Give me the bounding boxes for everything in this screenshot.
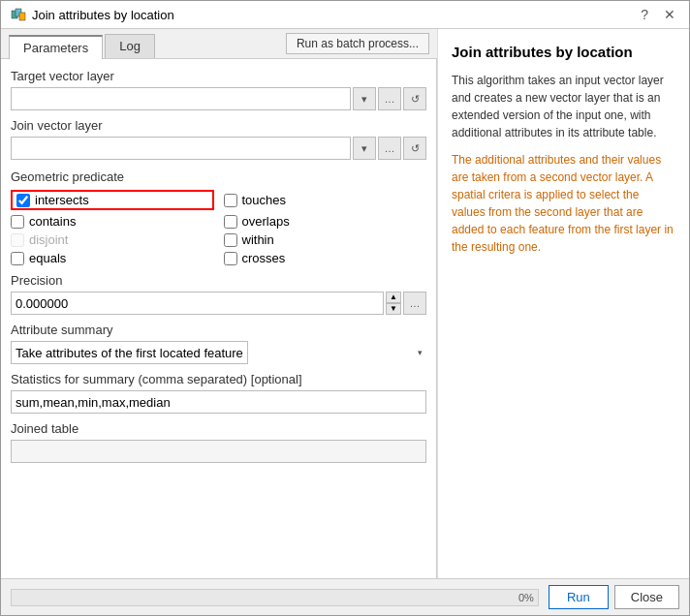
join-vector-refresh-btn[interactable]: ↺ [403, 137, 426, 160]
checkbox-intersects-item[interactable]: intersects [11, 190, 214, 210]
tab-log[interactable]: Log [105, 34, 155, 58]
progress-bar-container: 0% [11, 589, 539, 606]
precision-row: ▲ ▼ … [11, 292, 426, 315]
right-panel: Join attributes by location This algorit… [437, 29, 689, 578]
checkbox-equals-label: equals [29, 251, 66, 265]
bottom-bar: 0% Run Close [1, 578, 689, 615]
checkbox-disjoint-label: disjoint [29, 232, 68, 247]
join-vector-input[interactable] [11, 137, 351, 160]
checkboxes-grid: intersects touches contains [11, 190, 426, 265]
checkbox-within-label: within [242, 232, 274, 247]
svg-marker-2 [19, 13, 25, 20]
checkbox-crosses-item[interactable]: crosses [224, 251, 427, 265]
help-title: Join attributes by location [452, 43, 675, 62]
dialog: Join attributes by location ? ✕ Paramete… [0, 0, 690, 616]
target-vector-dots-btn[interactable]: … [378, 87, 401, 110]
tabs-left: Parameters Log [9, 34, 157, 58]
title-bar: Join attributes by location ? ✕ [1, 1, 689, 29]
attr-summary-select[interactable]: Take attributes of the first located fea… [11, 341, 248, 364]
checkbox-equals-item[interactable]: equals [11, 251, 214, 265]
precision-down-btn[interactable]: ▼ [386, 303, 401, 315]
join-vector-dropdown-btn[interactable]: ▾ [353, 137, 376, 160]
checkbox-equals[interactable] [11, 252, 24, 265]
app-icon [11, 7, 26, 22]
tab-parameters[interactable]: Parameters [9, 35, 103, 59]
precision-label: Precision [11, 273, 426, 288]
help-button[interactable]: ? [637, 7, 652, 22]
checkbox-disjoint-item: disjoint [11, 232, 214, 247]
stats-label: Statistics for summary (comma separated)… [11, 372, 426, 386]
precision-up-btn[interactable]: ▲ [386, 292, 401, 303]
checkbox-touches-label: touches [242, 193, 287, 207]
title-bar-right: ? ✕ [637, 7, 679, 22]
checkbox-intersects-label: intersects [35, 193, 89, 207]
checkbox-within[interactable] [224, 233, 237, 247]
checkbox-contains-label: contains [29, 214, 76, 229]
geometric-predicate-label: Geometric predicate [11, 169, 426, 184]
target-vector-refresh-btn[interactable]: ↺ [403, 87, 426, 110]
progress-text: 0% [518, 592, 534, 603]
checkbox-crosses-label: crosses [242, 251, 286, 265]
joined-table-input[interactable] [11, 440, 426, 463]
checkbox-overlaps-item[interactable]: overlaps [224, 214, 427, 229]
join-vector-label: Join vector layer [11, 118, 426, 133]
run-button[interactable]: Run [549, 585, 609, 609]
target-vector-row: ▾ … ↺ [11, 87, 426, 110]
attr-summary-select-wrapper: Take attributes of the first located fea… [11, 341, 426, 364]
target-vector-label: Target vector layer [11, 69, 426, 83]
joined-table-label: Joined table [11, 421, 426, 436]
checkbox-within-item[interactable]: within [224, 232, 427, 247]
join-vector-dots-btn[interactable]: … [378, 137, 401, 160]
checkbox-contains[interactable] [11, 215, 24, 229]
precision-spinner: ▲ ▼ [386, 292, 401, 315]
join-vector-row: ▾ … ↺ [11, 137, 426, 160]
checkbox-contains-item[interactable]: contains [11, 214, 214, 229]
checkbox-overlaps-label: overlaps [242, 214, 290, 229]
target-vector-input[interactable] [11, 87, 351, 110]
checkbox-intersects[interactable] [16, 194, 30, 207]
batch-process-button[interactable]: Run as batch process... [286, 33, 429, 54]
close-button[interactable]: ✕ [660, 7, 679, 22]
help-paragraph-1: This algorithm takes an input vector lay… [452, 72, 675, 141]
checkbox-overlaps[interactable] [224, 215, 237, 229]
checkbox-touches[interactable] [224, 194, 237, 207]
stats-input[interactable] [11, 390, 426, 414]
checkbox-crosses[interactable] [224, 252, 237, 265]
precision-dots-btn[interactable]: … [403, 292, 426, 315]
attr-summary-arrow-icon: ▾ [418, 348, 423, 357]
title-bar-left: Join attributes by location [11, 7, 174, 22]
dialog-title: Join attributes by location [32, 8, 174, 22]
checkbox-touches-item[interactable]: touches [224, 190, 427, 210]
left-panel: Parameters Log Run as batch process... T… [1, 29, 437, 578]
help-paragraph-2: The additional attributes and their valu… [452, 151, 675, 256]
target-vector-dropdown-btn[interactable]: ▾ [353, 87, 376, 110]
attr-summary-label: Attribute summary [11, 323, 426, 337]
params-content: Target vector layer ▾ … ↺ Join vector la… [1, 59, 437, 578]
tabs-bar: Parameters Log Run as batch process... [1, 29, 437, 59]
content-area: Parameters Log Run as batch process... T… [1, 29, 689, 578]
attr-summary-row: Take attributes of the first located fea… [11, 341, 426, 364]
close-dialog-button[interactable]: Close [614, 585, 679, 609]
checkbox-disjoint [11, 233, 24, 247]
precision-input[interactable] [11, 292, 384, 315]
bottom-buttons: Run Close [549, 585, 679, 609]
